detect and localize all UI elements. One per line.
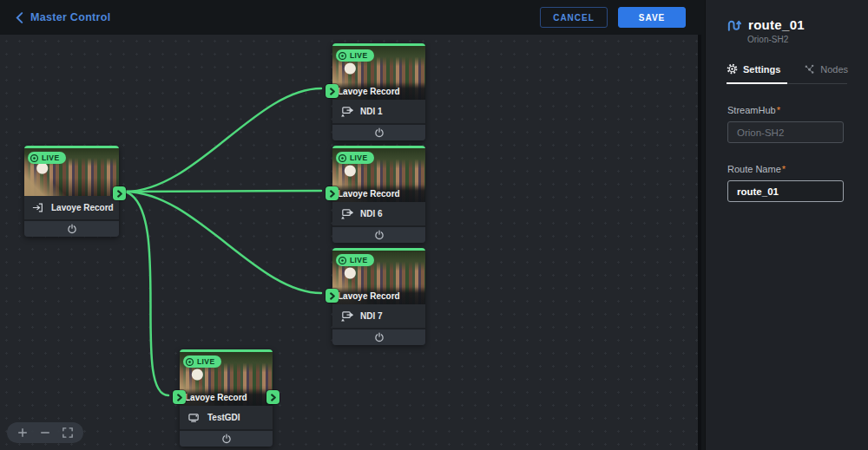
wire-source-ndi6 (125, 191, 321, 192)
node-testgdi[interactable]: LIVE Lavoye Record TestGDI (180, 349, 273, 447)
wire-source-ndi7 (125, 192, 321, 293)
wire-source-ndi1 (125, 88, 321, 192)
broadcast-icon (338, 256, 347, 265)
back-button[interactable]: Master Control (16, 11, 110, 23)
gear-icon (727, 63, 738, 75)
video-thumbnail: LIVE Lavoye Record (180, 352, 273, 406)
tab-settings[interactable]: Settings (727, 63, 787, 84)
input-port[interactable] (326, 84, 339, 98)
output-port[interactable] (266, 390, 279, 404)
input-port[interactable] (326, 289, 339, 303)
power-icon (374, 332, 385, 342)
node-source[interactable]: LIVE Lavoye Record (24, 146, 119, 237)
video-thumbnail: LIVE (24, 148, 119, 196)
live-badge: LIVE (183, 355, 221, 368)
back-label: Master Control (30, 11, 110, 23)
live-badge: LIVE (336, 49, 374, 62)
minus-icon (40, 427, 50, 438)
output-label: NDI 6 (360, 209, 383, 218)
broadcast-icon (338, 153, 347, 163)
power-button[interactable] (332, 225, 425, 243)
power-icon (221, 434, 232, 444)
fit-view-button[interactable] (56, 423, 79, 442)
output-label: NDI 1 (360, 107, 383, 116)
fit-view-icon (62, 427, 73, 438)
output-port[interactable] (113, 186, 126, 200)
required-mark: * (782, 164, 786, 174)
video-thumbnail: LIVE Lavoye Record (332, 148, 425, 202)
required-mark: * (777, 105, 780, 115)
streamhub-field[interactable] (727, 121, 844, 143)
ndi-output-icon (340, 310, 353, 323)
live-badge: LIVE (336, 152, 374, 164)
node-canvas[interactable]: LIVE Lavoye Record L (0, 35, 701, 450)
panel-subtitle: Orion-SH2 (747, 35, 847, 44)
zoom-out-button[interactable] (34, 423, 56, 442)
plus-icon (17, 427, 28, 438)
broadcast-icon (30, 153, 39, 163)
live-badge: LIVE (28, 152, 66, 164)
node-title: Lavoye Record (51, 203, 114, 212)
route-icon (727, 18, 741, 32)
live-badge: LIVE (336, 254, 374, 266)
power-button[interactable] (180, 429, 273, 447)
broadcast-icon (338, 51, 347, 61)
node-ndi6[interactable]: LIVE Lavoye Record NDI 6 (332, 146, 425, 243)
node-ndi7[interactable]: LIVE Lavoye Record NDI 7 (332, 248, 425, 345)
power-button[interactable] (24, 219, 119, 237)
power-button[interactable] (332, 328, 425, 345)
route-name-label: Route Name* (727, 164, 844, 174)
power-button[interactable] (332, 123, 425, 140)
ndi-output-icon (340, 208, 353, 220)
node-ndi1[interactable]: LIVE Lavoye Record NDI 1 (332, 43, 425, 140)
streamhub-label: StreamHub* (727, 105, 844, 115)
node-title: Lavoye Record (180, 388, 273, 406)
back-chevron-icon (16, 12, 23, 23)
video-thumbnail: LIVE Lavoye Record (332, 46, 425, 100)
top-bar: Master Control CANCEL SAVE (0, 0, 705, 35)
wire-source-testgdi (125, 192, 168, 395)
nodes-icon (804, 63, 815, 75)
broadcast-icon (185, 357, 194, 367)
node-title: Lavoye Record (332, 185, 425, 202)
route-name-field[interactable] (727, 180, 844, 202)
cancel-button[interactable]: CANCEL (540, 7, 608, 28)
save-button[interactable]: SAVE (618, 7, 686, 28)
node-title: Lavoye Record (332, 82, 425, 100)
input-port[interactable] (326, 186, 339, 200)
power-icon (374, 230, 385, 240)
output-label: TestGDI (207, 413, 240, 422)
tab-nodes[interactable]: Nodes (787, 63, 848, 84)
output-label: NDI 7 (360, 311, 383, 321)
power-icon (374, 127, 385, 138)
video-thumbnail: LIVE Lavoye Record (332, 251, 425, 304)
canvas-zoom-controls (7, 422, 83, 443)
input-port[interactable] (173, 390, 186, 404)
panel-title: route_01 (748, 17, 805, 32)
monitor-output-icon (187, 412, 201, 423)
input-icon (32, 202, 44, 213)
route-panel: route_01 Orion-SH2 Settings Nodes Stre (705, 0, 868, 450)
panel-tabs: Settings Nodes (727, 63, 848, 84)
power-icon (67, 224, 77, 234)
ndi-output-icon (340, 106, 353, 118)
node-title: Lavoye Record (332, 287, 425, 304)
zoom-in-button[interactable] (11, 423, 34, 442)
